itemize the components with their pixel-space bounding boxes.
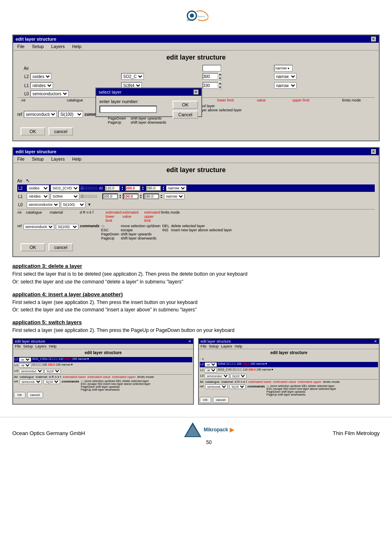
thumb-type-select[interactable]: semiconductors [19, 369, 44, 373]
menu-file-2[interactable]: File [16, 156, 26, 162]
thumb2-value: 100.0 [242, 362, 250, 367]
thumb-2-menubar: File Setup Layers Help [199, 344, 379, 349]
thumb-menu-setup[interactable]: Setup [23, 344, 33, 348]
section-header-5: application 5: switch layers [12, 319, 380, 325]
spinner-down[interactable]: ▼ [119, 196, 122, 199]
spinner-up[interactable]: ▲ [218, 81, 222, 85]
thumb2-type-select[interactable]: semiconductors [205, 374, 229, 378]
limits-mode-select[interactable]: narrow [274, 73, 297, 80]
menu-file-1[interactable]: File [16, 44, 26, 49]
ok-button-2[interactable]: OK [21, 243, 45, 251]
menu-layers-2[interactable]: Layers [49, 156, 66, 162]
thumb-1-header: edit layer structure [13, 349, 193, 356]
thumb-ref-select[interactable]: semiconductors [19, 380, 42, 384]
layer-material-select[interactable]: Si3N4 [51, 193, 79, 200]
thumb2-ref-select[interactable]: semiconductors [205, 385, 228, 389]
menu-layers-1[interactable]: Layers [49, 44, 66, 49]
menu-help-2[interactable]: Help [71, 156, 83, 162]
thumb2-ok-button[interactable]: OK [200, 397, 211, 403]
estimated-value-input[interactable] [125, 185, 141, 191]
spinner-up[interactable]: ▲ [218, 72, 222, 76]
lower-value-input[interactable] [104, 185, 120, 191]
thumb-commands: ↑↓ move selection up/down DEL delete sel… [81, 380, 151, 391]
thumb2-menu-file[interactable]: File [201, 344, 207, 348]
thumb2-type-select[interactable]: oxides [205, 362, 217, 367]
ok-button-1[interactable]: OK [21, 127, 45, 136]
mikropack-arrow: ▶ [230, 426, 234, 433]
thumb-ref-mat[interactable]: Si(100) [44, 380, 60, 384]
spinner-down[interactable]: ▼ [121, 188, 124, 191]
header-limits-mode: limits mode [328, 98, 375, 103]
menu-setup-2[interactable]: Setup [30, 156, 46, 162]
thumb2-menu-setup[interactable]: Setup [209, 344, 219, 348]
lower-limit-input[interactable] [203, 73, 218, 80]
thumb-2-close[interactable]: ✕ [374, 339, 377, 343]
ok-cancel-row-1: OK cancel [17, 126, 375, 138]
thumb2-value: 200.0 [249, 368, 256, 373]
ref-type-select[interactable]: semiconductors [23, 224, 54, 230]
subdialog-ok-button[interactable]: OK [173, 101, 198, 109]
thumb-2-body: · ↖ L2 oxides Si3N4 ☑□□□□ 100 100.0 190 … [199, 356, 379, 404]
limits-mode-select[interactable]: narrow [164, 193, 184, 199]
thumb-type-select[interactable]: oxides [19, 357, 31, 362]
spinner-down[interactable]: ▼ [142, 188, 144, 191]
thumb-row-l0: L0 semiconductors Si(100) [14, 368, 192, 374]
thumb2-menu-help[interactable]: Help [235, 344, 242, 348]
dialog-2-menubar: File Setup Layers Help [13, 155, 379, 163]
thumb2-ref-mat[interactable]: Si(100) [229, 385, 246, 389]
layer-type-select[interactable]: semiconductors [27, 201, 60, 208]
thumb-cancel-button[interactable]: cancel [27, 392, 43, 398]
menu-help-1[interactable]: Help [71, 44, 83, 49]
subdialog-buttons: OK Cancel [173, 101, 198, 119]
estimated-value-input[interactable] [123, 193, 138, 199]
spinner-down[interactable]: ▼ [218, 76, 222, 81]
ref-material-select[interactable]: Si(100) [56, 224, 78, 230]
thumb-menu-help[interactable]: Help [49, 344, 57, 348]
thumb-material-select[interactable]: Si(100) [44, 369, 61, 373]
spinner-down[interactable]: ▼ [162, 188, 165, 191]
upper-value-input[interactable] [143, 193, 159, 199]
cancel-button-1[interactable]: cancel [48, 127, 73, 136]
thumb2-cancel-button[interactable]: cancel [213, 397, 229, 403]
layer-material-select[interactable]: SO2_C [121, 73, 144, 80]
d2-placeholder [99, 194, 101, 198]
thumb-1-close[interactable]: ✕ [188, 339, 191, 343]
layer-material-select[interactable]: Si(100) [61, 201, 85, 208]
layer-type-select[interactable]: nitrides [30, 82, 53, 89]
layer-type-select[interactable]: nitrides [27, 193, 49, 200]
subdialog-cancel-button[interactable]: Cancel [173, 111, 198, 119]
thumb2-layer-id: L2 [200, 362, 204, 367]
layer-type-select[interactable]: semiconductors [30, 90, 69, 97]
thumb2-menu-layers[interactable]: Layers [221, 344, 232, 348]
limits-mode-select[interactable]: narrow [166, 185, 187, 191]
lower-limit-input[interactable] [203, 82, 218, 89]
layer-number-input[interactable] [99, 106, 157, 113]
dialog-1-close-button[interactable]: ✕ [371, 36, 376, 42]
spinner-down[interactable]: ▼ [218, 85, 222, 90]
layer-row-l1: L1 nitrides Si3N4 ☑ □ □ □ □ ▲▼ ▲▼ ▲▼ nar… [17, 193, 375, 200]
spinner-down[interactable]: ▼ [160, 196, 163, 199]
thumb-ok-button[interactable]: OK [14, 392, 25, 398]
thumb-menu-file[interactable]: File [15, 344, 21, 348]
subdialog-close[interactable]: ✕ [193, 89, 199, 95]
section-text-3-0: First select the layer that is to be del… [12, 271, 380, 278]
thumb2-lower: 100 [237, 362, 242, 367]
thumb-row-l1: L1 nitrides ☑□□□□ 100 100.0 190 narrow▼ [14, 363, 192, 368]
thumb2-material-select[interactable]: Si(100) [230, 374, 247, 378]
layer-material-select[interactable]: SiO2_(CVD) [51, 185, 79, 191]
thumb-type-select[interactable]: nitrides [19, 363, 31, 368]
ref-material-select[interactable]: Si(100) [58, 111, 83, 117]
limits-mode-select[interactable]: narrow [274, 82, 297, 89]
layer-type-select[interactable]: oxides [30, 73, 51, 80]
lower-value-input[interactable] [102, 193, 118, 199]
menu-setup-1[interactable]: Setup [30, 44, 46, 49]
ref-type-select[interactable]: semiconductors [24, 111, 57, 117]
layer-type-select[interactable]: oxides [27, 185, 49, 191]
dialog-2-close-button[interactable]: ✕ [371, 149, 376, 154]
cancel-button-2[interactable]: cancel [48, 243, 73, 251]
thumb2-type-select[interactable]: nitrides [205, 368, 217, 373]
thumb-menu-layers[interactable]: Layers [35, 344, 46, 348]
command-item: ESC [101, 228, 119, 232]
upper-value-input[interactable] [145, 185, 161, 191]
spinner-down[interactable]: ▼ [140, 196, 142, 199]
